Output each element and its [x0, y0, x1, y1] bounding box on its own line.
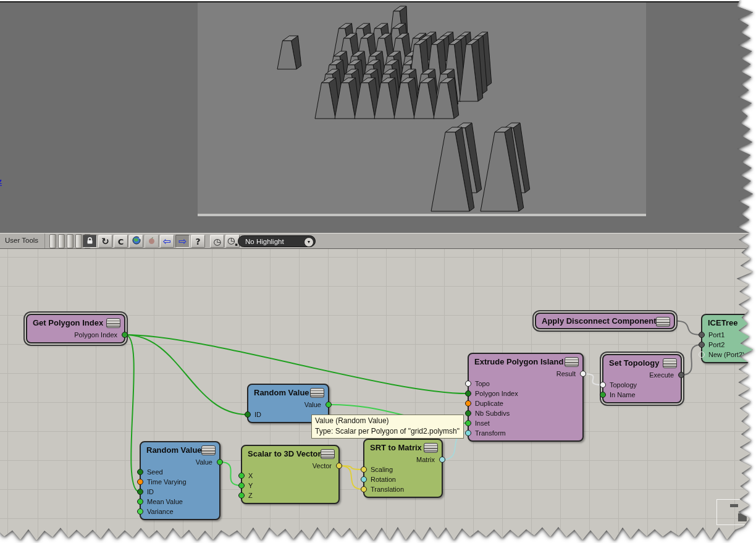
input-port-new-port2-[interactable] — [699, 351, 705, 358]
node-menu-icon[interactable] — [656, 317, 670, 327]
globe-icon: + — [132, 235, 141, 247]
port-label-new-port2-: New (Port2) — [708, 350, 745, 360]
node-title: Set Topology — [609, 358, 665, 368]
input-port-port2[interactable] — [699, 342, 705, 348]
node-s3d[interactable]: Scalar to 3D VectorVectorXYZ — [241, 445, 340, 504]
grip-handle[interactable] — [75, 234, 82, 248]
input-port-topology[interactable] — [600, 382, 606, 388]
input-port-mean-value[interactable] — [137, 499, 143, 505]
input-port-scaling[interactable] — [361, 466, 367, 473]
input-port-time-varying[interactable] — [137, 479, 143, 485]
node-set[interactable]: Set TopologyExecuteTopologyIn Name — [602, 354, 682, 403]
input-port-z[interactable] — [238, 492, 245, 499]
input-port-port1[interactable] — [699, 332, 705, 338]
node-title: ICETree — [708, 318, 743, 327]
node-menu-icon[interactable] — [663, 358, 677, 368]
viewport-bottom-edge — [198, 214, 646, 216]
input-port-transform[interactable] — [465, 430, 471, 436]
input-port-id[interactable] — [245, 411, 251, 418]
torn-screenshot-wrapper: z User Tools ↻C+⇦⇨?◷◷▪ No Highlight ▼ Ge… — [0, 0, 756, 543]
port-label-inset: Inset — [475, 418, 490, 428]
input-port-seed[interactable] — [137, 469, 143, 475]
output-port-execute[interactable] — [678, 372, 684, 378]
node-adc[interactable]: Apply Disconnect Component — [535, 313, 675, 329]
input-port-variance[interactable] — [137, 508, 143, 515]
port-label-duplicate: Duplicate — [475, 398, 503, 408]
grip-handle[interactable] — [67, 234, 74, 248]
refresh-button[interactable]: ↻ — [98, 235, 112, 248]
grip-handle[interactable] — [58, 234, 65, 248]
input-port-y[interactable] — [238, 482, 245, 489]
input-port-x[interactable] — [238, 473, 245, 479]
apple-button[interactable] — [145, 235, 159, 248]
node-menu-icon[interactable] — [310, 388, 324, 398]
globe-button[interactable]: + — [129, 235, 143, 248]
node-title: Extrude Polygon Island — [474, 357, 566, 366]
port-tooltip: Value (Random Value) Type: Scalar per Po… — [311, 415, 464, 439]
port-label-id: ID — [147, 487, 154, 497]
node-gpi[interactable]: Get Polygon IndexPolygon Index — [26, 314, 125, 343]
output-port-result[interactable] — [580, 371, 586, 377]
output-port-vector[interactable] — [336, 463, 342, 469]
input-port-duplicate[interactable] — [465, 400, 471, 406]
input-port-inset[interactable] — [465, 420, 471, 426]
node-title: SRT to Matrix — [370, 443, 426, 452]
node-menu-icon[interactable] — [201, 445, 216, 455]
tooltip-line1: Value (Random Value) — [315, 416, 460, 426]
port-label-port1: Port1 — [708, 330, 724, 340]
port-label-polygon-index: Polygon Index — [475, 389, 518, 398]
port-label-y: Y — [248, 481, 253, 490]
node-srt[interactable]: SRT to MatrixMatrixScalingRotationTransl… — [363, 439, 443, 498]
lock-button[interactable] — [83, 235, 97, 248]
port-label-rotation: Rotation — [371, 474, 396, 484]
port-label-x: X — [248, 471, 253, 481]
3d-viewport[interactable] — [198, 2, 646, 214]
input-port-id[interactable] — [137, 489, 143, 495]
input-port-rotation[interactable] — [361, 476, 367, 482]
toolbar-divider — [44, 234, 45, 248]
user-tools-label: User Tools — [5, 237, 38, 244]
node-ice[interactable]: ICETreePort1Port2New (Port2) — [701, 314, 756, 363]
extruded-pyramids-render — [198, 2, 646, 214]
input-port-translation[interactable] — [361, 486, 367, 492]
help-button[interactable]: ? — [191, 235, 205, 248]
node-menu-icon[interactable] — [106, 318, 120, 328]
node-menu-icon[interactable] — [321, 449, 335, 459]
output-port-polygon-index[interactable] — [122, 332, 128, 338]
forward-button[interactable]: ⇨ — [175, 235, 190, 248]
input-port-nb-subdivs[interactable] — [465, 410, 471, 416]
back-button[interactable]: ⇦ — [160, 235, 174, 248]
output-port-value[interactable] — [326, 402, 332, 408]
node-menu-icon[interactable] — [565, 357, 579, 367]
axis-z-label: z — [0, 178, 2, 186]
input-port-in-name[interactable] — [600, 392, 606, 398]
highlight-dropdown[interactable]: No Highlight ▼ — [238, 235, 316, 247]
port-label-value: Value — [196, 457, 212, 467]
chevron-down-icon[interactable]: ▼ — [304, 237, 314, 247]
navigator-view-rect — [738, 513, 747, 521]
node-menu-icon[interactable] — [424, 443, 438, 453]
port-label-execute: Execute — [649, 370, 674, 380]
toolbar-button-group: ↻C+⇦⇨?◷◷▪ — [82, 234, 240, 248]
grip-handle[interactable] — [49, 234, 56, 248]
node-ext[interactable]: Extrude Polygon IslandResultTopoPolygon … — [468, 353, 584, 442]
input-port-polygon-index[interactable] — [465, 390, 471, 397]
output-port-value[interactable] — [217, 459, 223, 465]
constant-button[interactable]: C — [114, 235, 128, 248]
minimize-icon[interactable] — [730, 504, 738, 507]
ice-toolbar: User Tools ↻C+⇦⇨?◷◷▪ No Highlight ▼ — [0, 233, 756, 249]
timer-button[interactable]: ◷ — [210, 235, 224, 248]
output-port-matrix[interactable] — [439, 457, 445, 463]
tooltip-line2: Type: Scalar per Polygon of "grid2.polym… — [315, 426, 460, 437]
port-label-seed: Seed — [147, 467, 163, 477]
xsi-ice-editor-window: z User Tools ↻C+⇦⇨?◷◷▪ No Highlight ▼ Ge… — [0, 0, 756, 543]
input-port-topo[interactable] — [465, 381, 471, 387]
navigator-minimap[interactable] — [716, 499, 756, 525]
port-label-in-name: In Name — [610, 390, 636, 400]
port-label-topo: Topo — [475, 379, 490, 389]
node-rv2[interactable]: Random ValueValueSeedTime VaryingIDMean … — [140, 441, 220, 520]
port-label-time-varying: Time Varying — [147, 477, 187, 487]
port-label-polygon-index: Polygon Index — [74, 330, 117, 340]
apple-icon — [148, 235, 156, 247]
port-label-variance: Variance — [147, 507, 174, 516]
